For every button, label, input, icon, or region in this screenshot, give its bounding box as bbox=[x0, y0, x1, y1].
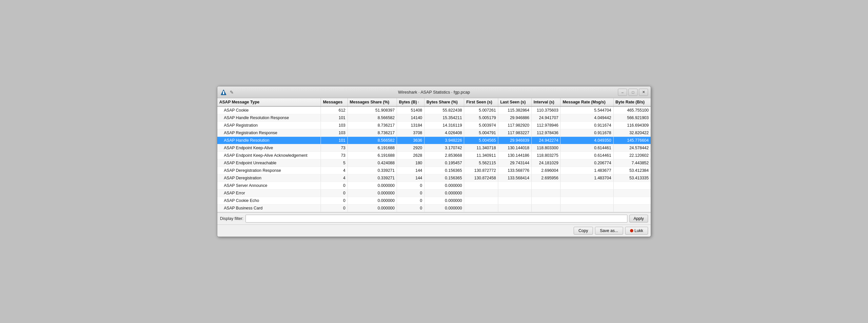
cell-byte_rate bbox=[613, 205, 651, 212]
cell-last_seen: 29.946839 bbox=[498, 137, 531, 144]
cell-byte_rate bbox=[613, 197, 651, 205]
cell-bytes: 13184 bbox=[397, 122, 425, 129]
cell-type: ASAP Deregistration Response bbox=[217, 167, 321, 174]
table-row[interactable]: ASAP Endpoint Keep-Alive Acknowledgement… bbox=[217, 152, 651, 159]
cell-messages: 5 bbox=[321, 159, 348, 167]
cell-last_seen: 133.568776 bbox=[498, 167, 531, 174]
cell-bytes_share: 3.170742 bbox=[425, 144, 464, 152]
table-row[interactable]: ASAP Cookie Echo00.00000000.000000 bbox=[217, 197, 651, 205]
cell-messages_share: 0.000000 bbox=[347, 197, 397, 205]
cell-last_seen: 130.144018 bbox=[498, 144, 531, 152]
cell-messages_share: 0.000000 bbox=[347, 182, 397, 189]
cell-interval: 110.375603 bbox=[531, 106, 561, 114]
col-header-messages[interactable]: Messages bbox=[321, 98, 348, 106]
cell-byte_rate: 53.413335 bbox=[613, 174, 651, 182]
col-header-interval[interactable]: Interval (s) bbox=[531, 98, 561, 106]
cell-interval: 118.803275 bbox=[531, 152, 561, 159]
col-header-type[interactable]: ASAP Message Type bbox=[217, 98, 321, 106]
table-row[interactable]: ASAP Registration1038.7362171318414.3161… bbox=[217, 122, 651, 129]
cell-message_rate: 5.544704 bbox=[561, 106, 613, 114]
table-row[interactable]: ASAP Business Card00.00000000.000000 bbox=[217, 205, 651, 212]
cell-bytes_share: 0.000000 bbox=[425, 182, 464, 189]
cell-message_rate bbox=[561, 197, 613, 205]
save-as-button[interactable]: Save as... bbox=[595, 227, 623, 235]
copy-button[interactable]: Copy bbox=[574, 227, 593, 235]
cell-messages_share: 0.000000 bbox=[347, 205, 397, 212]
cell-type: ASAP Registration Response bbox=[217, 129, 321, 137]
cell-messages_share: 8.736217 bbox=[347, 122, 397, 129]
cell-messages: 4 bbox=[321, 174, 348, 182]
cell-bytes: 3708 bbox=[397, 129, 425, 137]
cell-last_seen: 117.983227 bbox=[498, 129, 531, 137]
table-row[interactable]: ASAP Cookie61251.9083975140855.8224385.0… bbox=[217, 106, 651, 114]
cell-message_rate bbox=[561, 182, 613, 189]
table-row[interactable]: ASAP Registration Response1038.736217370… bbox=[217, 129, 651, 137]
svg-rect-1 bbox=[223, 92, 224, 94]
minimize-button[interactable]: – bbox=[618, 89, 627, 96]
maximize-button[interactable]: □ bbox=[628, 89, 638, 96]
cell-bytes: 0 bbox=[397, 197, 425, 205]
cell-bytes: 180 bbox=[397, 159, 425, 167]
cell-type: ASAP Handle Resolution Response bbox=[217, 114, 321, 122]
cell-messages_share: 0.339271 bbox=[347, 167, 397, 174]
statistics-table-container: ASAP Message Type Messages Messages Shar… bbox=[217, 98, 651, 212]
table-row[interactable]: ASAP Endpoint Keep-Alive736.19168829203.… bbox=[217, 144, 651, 152]
table-body: ASAP Cookie61251.9083975140855.8224385.0… bbox=[217, 106, 651, 212]
col-header-bytes-share[interactable]: Bytes Share (%) bbox=[425, 98, 464, 106]
cell-bytes_share: 0.195457 bbox=[425, 159, 464, 167]
cell-bytes_share: 0.000000 bbox=[425, 189, 464, 197]
cell-message_rate: 0.614461 bbox=[561, 144, 613, 152]
table-row[interactable]: ASAP Deregistration40.3392711440.1563651… bbox=[217, 174, 651, 182]
cell-byte_rate: 566.921903 bbox=[613, 114, 651, 122]
window-controls: – □ ✕ bbox=[618, 89, 648, 96]
cell-messages: 101 bbox=[321, 114, 348, 122]
cell-interval bbox=[531, 205, 561, 212]
table-row[interactable]: ASAP Handle Resolution1018.56658236363.9… bbox=[217, 137, 651, 144]
col-header-bytes[interactable]: Bytes (B)↑ bbox=[397, 98, 425, 106]
col-header-first-seen[interactable]: First Seen (s) bbox=[464, 98, 498, 106]
cell-type: ASAP Error bbox=[217, 189, 321, 197]
table-row[interactable]: ASAP Error00.00000000.000000 bbox=[217, 189, 651, 197]
cell-bytes_share: 4.026408 bbox=[425, 129, 464, 137]
action-bar: Copy Save as... Lukk bbox=[217, 224, 651, 237]
cell-byte_rate: 145.776604 bbox=[613, 137, 651, 144]
table-row[interactable]: ASAP Endpoint Unreachable50.4240881800.1… bbox=[217, 159, 651, 167]
close-lukk-button[interactable]: Lukk bbox=[625, 227, 648, 235]
cell-last_seen bbox=[498, 189, 531, 197]
cell-last_seen: 130.144186 bbox=[498, 152, 531, 159]
main-window: ✎ Wireshark · ASAP Statistics · fgp.pcap… bbox=[217, 86, 651, 237]
cell-first_seen: 130.872458 bbox=[464, 174, 498, 182]
cell-first_seen: 130.872772 bbox=[464, 167, 498, 174]
cell-first_seen: 5.004791 bbox=[464, 129, 498, 137]
cell-type: ASAP Handle Resolution bbox=[217, 137, 321, 144]
table-row[interactable]: ASAP Handle Resolution Response1018.5665… bbox=[217, 114, 651, 122]
col-header-message-rate[interactable]: Message Rate (Msg/s) bbox=[561, 98, 613, 106]
close-button[interactable]: ✕ bbox=[639, 89, 648, 96]
apply-button[interactable]: Apply bbox=[629, 215, 648, 222]
cell-last_seen: 115.382864 bbox=[498, 106, 531, 114]
table-header-row: ASAP Message Type Messages Messages Shar… bbox=[217, 98, 651, 106]
cell-first_seen bbox=[464, 182, 498, 189]
cell-interval: 2.696004 bbox=[531, 167, 561, 174]
cell-messages_share: 8.566582 bbox=[347, 114, 397, 122]
table-row[interactable]: ASAP Server Announce00.00000000.000000 bbox=[217, 182, 651, 189]
cell-bytes_share: 15.354211 bbox=[425, 114, 464, 122]
cell-bytes_share: 0.156365 bbox=[425, 167, 464, 174]
cell-message_rate: 1.483677 bbox=[561, 167, 613, 174]
cell-messages_share: 8.566582 bbox=[347, 137, 397, 144]
cell-messages: 0 bbox=[321, 205, 348, 212]
cell-type: ASAP Endpoint Keep-Alive Acknowledgement bbox=[217, 152, 321, 159]
cell-first_seen: 11.340911 bbox=[464, 152, 498, 159]
table-row[interactable]: ASAP Deregistration Response40.339271144… bbox=[217, 167, 651, 174]
filter-bar: Display filter: Apply bbox=[217, 212, 651, 224]
cell-bytes: 3636 bbox=[397, 137, 425, 144]
col-header-messages-share[interactable]: Messages Share (%) bbox=[347, 98, 397, 106]
cell-type: ASAP Cookie bbox=[217, 106, 321, 114]
filter-input[interactable] bbox=[246, 215, 627, 222]
cell-last_seen bbox=[498, 182, 531, 189]
col-header-byte-rate[interactable]: Byte Rate (B/s) bbox=[613, 98, 651, 106]
cell-first_seen: 5.003974 bbox=[464, 122, 498, 129]
pin-icon[interactable]: ✎ bbox=[229, 90, 235, 95]
cell-bytes: 0 bbox=[397, 182, 425, 189]
col-header-last-seen[interactable]: Last Seen (s) bbox=[498, 98, 531, 106]
